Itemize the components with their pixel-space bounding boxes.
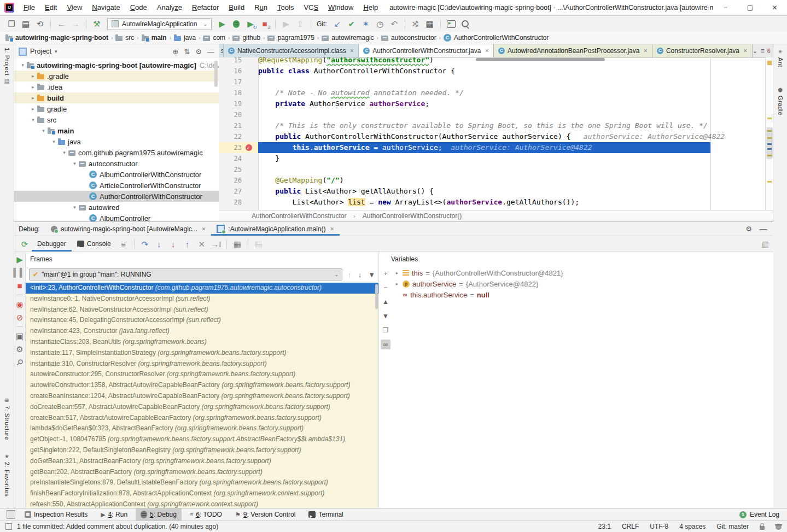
debug-panel-hide-icon[interactable]: — — [760, 225, 767, 233]
stack-frame[interactable]: doGetBean:321, AbstractBeanFactory (org.… — [26, 456, 378, 467]
duplicate-watch-icon[interactable]: ❐ — [381, 325, 390, 335]
status-item-utf-8[interactable]: UTF-8 — [650, 523, 668, 530]
stack-frame[interactable]: doCreateBean:557, AbstractAutowireCapabl… — [26, 402, 378, 413]
stack-frame[interactable]: <init>:23, AuthorControllerWithConstruct… — [26, 283, 378, 294]
drop-frame-icon-button[interactable]: ✕ — [195, 237, 209, 250]
forward-icon-button[interactable]: → — [68, 17, 83, 31]
tab-close-icon[interactable]: ✕ — [485, 48, 489, 54]
line-number[interactable]: 16 — [219, 66, 244, 77]
line-number[interactable]: 18 — [219, 87, 244, 98]
menu-view[interactable]: View — [62, 0, 87, 15]
stripe-button-ant[interactable]: ✳Ant — [773, 49, 787, 67]
vcs-history-icon-button[interactable]: ◷ — [373, 17, 387, 31]
menu-code[interactable]: Code — [125, 0, 152, 15]
tree-item-gradle[interactable]: ▸.gradle — [14, 71, 219, 81]
lock-icon[interactable] — [760, 526, 765, 530]
stack-frame[interactable]: autowireConstructor:295, ConstructorReso… — [26, 369, 378, 380]
stack-frame[interactable]: newInstance0:-1, NativeConstructorAccess… — [26, 294, 378, 305]
gutter-fold-area[interactable] — [244, 175, 258, 186]
rerun-icon-button[interactable]: ⟳ — [18, 237, 32, 250]
project-view-dropdown-icon[interactable]: ▾ — [55, 49, 57, 54]
show-hidden-tabs-icon[interactable]: ⌄ — [753, 47, 758, 55]
tab-list-icon[interactable]: ≡ — [761, 47, 765, 55]
breadcrumb-main[interactable]: main — [142, 34, 167, 42]
run-with-coverage-icon-button[interactable]: ▶↻ — [243, 17, 258, 31]
breadcrumb-authorcontrollerwithconstructor[interactable]: CAuthorControllerWithConstructor — [444, 34, 549, 42]
tab-close-icon[interactable]: ✕ — [643, 48, 648, 54]
maximize-button[interactable]: ▢ — [738, 0, 762, 15]
wrench-icon-button[interactable]: ⚒ — [409, 17, 423, 31]
stack-frame[interactable]: getSingleton:222, DefaultSingletonBeanRe… — [26, 445, 378, 456]
tree-item-autowiring-magic-spring-boot-autowire-magic[interactable]: ▾autowiring-magic-spring-boot [autowire-… — [14, 60, 219, 71]
run-to-cursor-icon-button[interactable]: →I — [209, 237, 223, 250]
line-number[interactable]: 26 — [219, 175, 244, 186]
editor-tab-authorcontrollerwithconstructor-java[interactable]: CAuthorControllerWithConstructor.java✕ — [359, 44, 494, 57]
tree-item-albumcontrollerwithconstructor[interactable]: CAlbumControllerWithConstructor — [14, 169, 219, 180]
line-number[interactable]: 23 — [219, 142, 244, 153]
collapse-all-icon[interactable]: ⇅ — [184, 48, 190, 56]
code-line-24[interactable]: 24 } — [219, 153, 766, 164]
thread-dump-icon[interactable]: ▣ — [16, 332, 24, 340]
tree-item-autowired[interactable]: ▾autowired — [14, 202, 219, 213]
step-out-icon-button[interactable]: ↑ — [180, 237, 195, 250]
line-number[interactable]: 24 — [219, 153, 244, 164]
close-button[interactable]: ✕ — [762, 0, 787, 15]
variable-expand-icon[interactable]: ▸ — [394, 270, 400, 276]
tree-toggle-icon[interactable]: ▾ — [71, 204, 79, 210]
gutter-fold-area[interactable] — [244, 57, 258, 66]
gutter-fold-area[interactable] — [244, 197, 258, 208]
profiler-icon-button[interactable]: ▶ — [279, 17, 293, 31]
frames-filter-icon[interactable]: ▼ — [368, 271, 375, 279]
debug-panel-settings-icon[interactable]: ⚙ — [745, 225, 752, 233]
resume-icon[interactable]: ▶ — [16, 255, 23, 264]
vcs-update-icon-button[interactable]: ↙ — [330, 17, 345, 31]
stack-frame[interactable]: preInstantiateSingletons:879, DefaultLis… — [26, 477, 378, 488]
variable-expand-icon[interactable]: ▸ — [394, 281, 400, 287]
stripe-warning-mark[interactable] — [767, 181, 772, 183]
tree-toggle-icon[interactable]: ▾ — [60, 150, 68, 155]
code-line-28[interactable]: 28 List<Author> list = new ArrayList<>(a… — [219, 197, 766, 208]
menu-window[interactable]: Window — [323, 0, 358, 15]
back-icon-button[interactable]: ← — [54, 17, 68, 31]
editor-tab-autowiredannotationbeanpostprocessor-java[interactable]: CAutowiredAnnotationBeanPostProcessor.ja… — [494, 44, 652, 57]
layout-icon-button[interactable]: ≡ — [116, 237, 131, 250]
tool-window-switcher-icon[interactable] — [7, 510, 15, 519]
gutter-fold-area[interactable] — [244, 109, 258, 120]
gutter-fold-area[interactable] — [244, 77, 258, 87]
status-item-23-1[interactable]: 23:1 — [598, 523, 611, 530]
tab-close-icon[interactable]: ✕ — [350, 48, 354, 54]
tool-window-button-6-todo[interactable]: ≡6: TODO — [185, 508, 227, 521]
coverage-settings-icon-button[interactable]: ▤ — [252, 237, 266, 250]
tree-item-java[interactable]: ▾java — [14, 136, 219, 147]
tab-close-icon[interactable]: ✕ — [743, 48, 748, 54]
status-message[interactable]: 1 file committed: Added comment about du… — [17, 523, 218, 530]
stack-frame[interactable]: autowireConstructor:1358, AbstractAutowi… — [26, 380, 378, 391]
stripe-button-7-structure[interactable]: ≣7: Structure — [0, 397, 14, 440]
stack-frame[interactable]: getBean:202, AbstractBeanFactory (org.sp… — [26, 467, 378, 478]
gutter-fold-area[interactable] — [244, 66, 258, 77]
project-structure-icon-button[interactable]: ▦ — [423, 17, 437, 31]
menu-navigate[interactable]: Navigate — [87, 0, 125, 15]
stack-frame[interactable]: getObject:-1, 1080476785 (org.springfram… — [26, 434, 378, 445]
code-line-16[interactable]: 16public class AuthorControllerWithConst… — [219, 66, 766, 77]
code-line-26[interactable]: 26 @GetMapping("/") — [219, 175, 766, 186]
gutter-fold-area[interactable] — [244, 98, 258, 109]
tree-toggle-icon[interactable]: ▾ — [50, 139, 58, 144]
gutter-fold-area[interactable] — [244, 142, 258, 153]
session-tab-close-icon[interactable]: ✕ — [330, 226, 334, 232]
debug-session-tab-autowiring-magic-spring-boot-autowiremagic[interactable]: autowiring-magic-spring-boot [AutowireMa… — [45, 222, 212, 236]
stack-frame[interactable]: newInstance:423, Constructor (java.lang.… — [26, 326, 378, 337]
tool-window-button-inspection-results[interactable]: Inspection Results — [20, 508, 92, 521]
tree-toggle-icon[interactable]: ▾ — [39, 128, 48, 133]
stop-debug-icon[interactable]: ■ — [17, 282, 22, 290]
breadcrumb-autowiremagic[interactable]: autowiremagic — [322, 34, 374, 42]
step-over-icon-button[interactable]: ↷ — [138, 237, 152, 250]
menu-help[interactable]: Help — [358, 0, 383, 15]
stack-frame[interactable]: newInstance:45, DelegatingConstructorAcc… — [26, 315, 378, 326]
frames-scrollbar[interactable] — [375, 284, 378, 309]
event-log-button[interactable]: 1Event Log — [739, 511, 787, 518]
frame-up-icon[interactable]: ↑ — [348, 271, 352, 279]
stack-frame[interactable]: createBean:517, AbstractAutowireCapableB… — [26, 413, 378, 424]
vcs-commit-icon-button[interactable]: ✔ — [345, 17, 359, 31]
code-line-19[interactable]: 19 private AuthorService authorService; — [219, 98, 766, 109]
